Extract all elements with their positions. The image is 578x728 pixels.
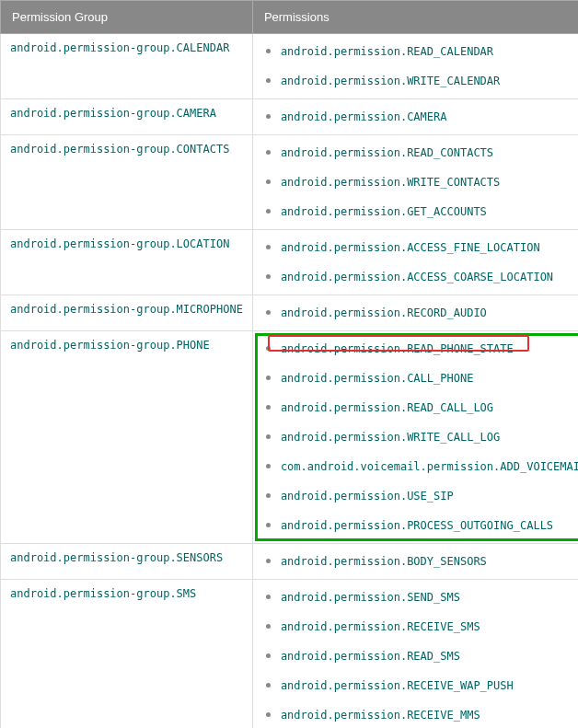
permissions-list: android.permission.READ_CALENDARandroid.…	[262, 41, 578, 91]
permissions-list: android.permission.RECORD_AUDIO	[262, 303, 578, 323]
permissions-cell: android.permission.READ_PHONE_STATEandro…	[252, 331, 578, 544]
permissions-cell: android.permission.READ_CONTACTSandroid.…	[252, 135, 578, 230]
permissions-list: android.permission.ACCESS_FINE_LOCATIONa…	[262, 237, 578, 287]
col-header-group: Permission Group	[1, 1, 253, 34]
table-row: android.permission-group.SENSORSandroid.…	[1, 544, 579, 580]
permission-item: android.permission.WRITE_CALENDAR	[262, 71, 578, 91]
permissions-list: android.permission.READ_CONTACTSandroid.…	[262, 143, 578, 222]
permission-item: android.permission.CALL_PHONE	[262, 368, 578, 398]
permissions-list: android.permission.SEND_SMSandroid.permi…	[262, 587, 578, 728]
table-row: android.permission-group.CONTACTSandroid…	[1, 135, 579, 230]
permission-group-cell: android.permission-group.SENSORS	[1, 544, 253, 580]
permission-item: android.permission.USE_SIP	[262, 486, 578, 515]
permissions-cell: android.permission.SEND_SMSandroid.permi…	[252, 580, 578, 729]
permissions-list: android.permission.READ_PHONE_STATEandro…	[262, 339, 578, 536]
permission-item: android.permission.WRITE_CALL_LOG	[262, 427, 578, 456]
permission-item: android.permission.RECEIVE_WAP_PUSH	[262, 676, 578, 705]
table-row: android.permission-group.CAMERAandroid.p…	[1, 99, 579, 135]
permission-item: android.permission.CAMERA	[262, 107, 578, 127]
col-header-perms: Permissions	[252, 1, 578, 34]
table-row: android.permission-group.SMSandroid.perm…	[1, 580, 579, 729]
permission-item: android.permission.READ_CONTACTS	[262, 143, 578, 172]
permissions-list: android.permission.BODY_SENSORS	[262, 551, 578, 572]
permission-group-cell: android.permission-group.PHONE	[1, 331, 253, 544]
permission-item: android.permission.READ_CALENDAR	[262, 41, 578, 71]
permission-item: com.android.voicemail.permission.ADD_VOI…	[262, 456, 578, 486]
permission-group-cell: android.permission-group.SMS	[1, 580, 253, 729]
permissions-cell: android.permission.CAMERA	[252, 99, 578, 135]
permission-item: android.permission.BODY_SENSORS	[262, 551, 578, 572]
permission-item: android.permission.READ_PHONE_STATE	[262, 339, 578, 368]
permission-item: android.permission.GET_ACCOUNTS	[262, 202, 578, 222]
permissions-cell: android.permission.READ_CALENDARandroid.…	[252, 34, 578, 99]
table-row: android.permission-group.LOCATIONandroid…	[1, 230, 579, 295]
permissions-cell: android.permission.RECORD_AUDIO	[252, 295, 578, 331]
permissions-cell: android.permission.BODY_SENSORS	[252, 544, 578, 580]
permission-group-cell: android.permission-group.CAMERA	[1, 99, 253, 135]
permission-item: android.permission.ACCESS_FINE_LOCATION	[262, 237, 578, 267]
permission-item: android.permission.ACCESS_COARSE_LOCATIO…	[262, 267, 578, 287]
permission-item: android.permission.READ_SMS	[262, 646, 578, 676]
permission-item: android.permission.RECORD_AUDIO	[262, 303, 578, 323]
permission-item: android.permission.WRITE_CONTACTS	[262, 172, 578, 202]
table-row: android.permission-group.CALENDARandroid…	[1, 34, 579, 99]
permissions-cell: android.permission.ACCESS_FINE_LOCATIONa…	[252, 230, 578, 295]
permissions-list: android.permission.CAMERA	[262, 107, 578, 127]
permission-group-cell: android.permission-group.CONTACTS	[1, 135, 253, 230]
table-row: android.permission-group.MICROPHONEandro…	[1, 295, 579, 331]
permission-item: android.permission.READ_CALL_LOG	[262, 398, 578, 427]
permission-item: android.permission.SEND_SMS	[262, 587, 578, 617]
permission-group-cell: android.permission-group.MICROPHONE	[1, 295, 253, 331]
permission-group-cell: android.permission-group.CALENDAR	[1, 34, 253, 99]
permission-item: android.permission.RECEIVE_MMS	[262, 705, 578, 728]
permission-item: android.permission.RECEIVE_SMS	[262, 617, 578, 646]
permissions-table: Permission Group Permissions android.per…	[0, 0, 578, 728]
permission-group-cell: android.permission-group.LOCATION	[1, 230, 253, 295]
table-row: android.permission-group.PHONEandroid.pe…	[1, 331, 579, 544]
permission-item: android.permission.PROCESS_OUTGOING_CALL…	[262, 515, 578, 536]
